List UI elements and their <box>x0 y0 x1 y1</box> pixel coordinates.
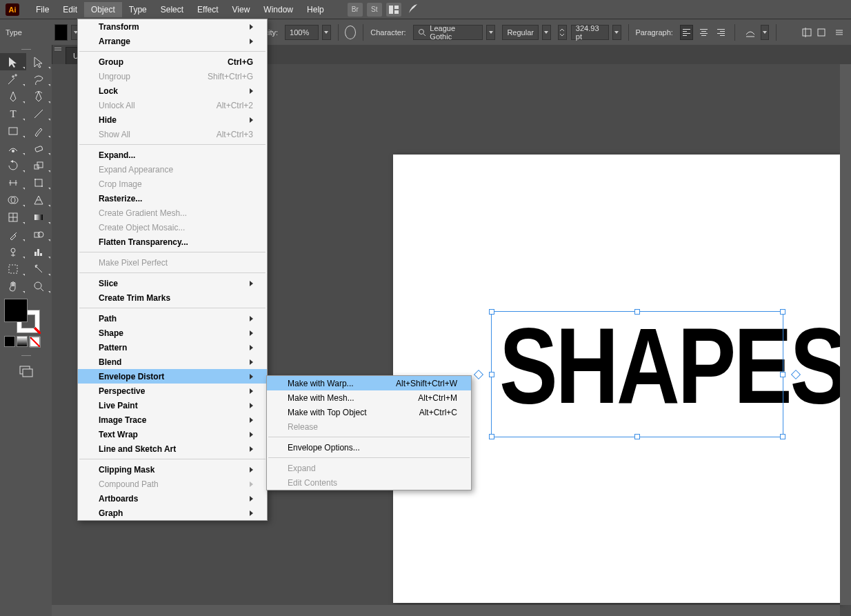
envelope-submenu-make-with-top-object[interactable]: Make with Top ObjectAlt+Ctrl+C <box>267 405 471 419</box>
fill-color-swatch[interactable] <box>4 299 28 322</box>
eyedropper-tool[interactable] <box>0 226 26 243</box>
menu-type[interactable]: Type <box>122 2 154 17</box>
eraser-tool[interactable] <box>26 139 52 157</box>
font-size-field[interactable]: 324.93 pt <box>571 25 609 40</box>
font-size-dropdown[interactable] <box>612 25 621 40</box>
gradient-tool[interactable] <box>26 208 52 226</box>
line-tool[interactable] <box>26 105 52 122</box>
object-menu-live-paint[interactable]: Live Paint <box>78 398 267 413</box>
opacity-dropdown[interactable] <box>322 25 331 40</box>
fill-swatch[interactable] <box>54 24 68 41</box>
envelope-submenu-make-with-mesh[interactable]: Make with Mesh...Alt+Ctrl+M <box>267 390 471 405</box>
type-tool[interactable]: T <box>0 105 26 122</box>
object-menu-flatten-transparency[interactable]: Flatten Transparency... <box>78 235 267 249</box>
tab-handle-icon[interactable] <box>54 48 61 61</box>
direct-selection-tool[interactable] <box>26 53 52 70</box>
menu-file[interactable]: File <box>29 2 56 17</box>
object-menu-graph[interactable]: Graph <box>78 506 267 520</box>
object-menu-artboards[interactable]: Artboards <box>78 491 267 506</box>
screen-mode-button[interactable] <box>0 365 52 377</box>
menu-help[interactable]: Help <box>300 2 331 17</box>
graph-tool[interactable] <box>26 243 52 260</box>
object-menu-shape[interactable]: Shape <box>78 326 267 340</box>
selection-tool[interactable] <box>0 53 26 70</box>
blend-tool[interactable] <box>26 226 52 243</box>
shape-builder-tool[interactable] <box>0 191 26 208</box>
none-color-icon[interactable] <box>29 336 40 347</box>
pen-tool[interactable] <box>0 88 26 105</box>
arrange-docs-icon[interactable] <box>386 3 401 17</box>
font-dropdown[interactable] <box>486 25 495 40</box>
warp-dropdown[interactable] <box>761 25 770 40</box>
opacity-field[interactable]: 100% <box>285 25 319 40</box>
object-menu-path[interactable]: Path <box>78 311 267 326</box>
gradient-icon[interactable] <box>17 336 28 347</box>
gpu-icon[interactable] <box>407 3 421 17</box>
menu-view[interactable]: View <box>226 2 257 17</box>
align-center-button[interactable] <box>697 25 710 40</box>
stock-icon[interactable]: St <box>367 3 382 17</box>
font-field[interactable]: League Gothic <box>413 25 483 40</box>
slice-tool[interactable] <box>26 260 52 277</box>
object-menu-line-and-sketch-art[interactable]: Line and Sketch Art <box>78 441 267 456</box>
object-menu-envelope-distort[interactable]: Envelope Distort <box>78 369 267 384</box>
solid-color-icon[interactable] <box>4 336 15 347</box>
object-menu-blend[interactable]: Blend <box>78 355 267 369</box>
warp-icon[interactable] <box>742 25 757 40</box>
object-menu-slice[interactable]: Slice <box>78 276 267 290</box>
object-menu-expand-appearance: Expand Appearance <box>78 162 267 177</box>
rectangle-tool[interactable] <box>0 122 26 139</box>
object-menu-lock[interactable]: Lock <box>78 83 267 98</box>
font-style-field[interactable]: Regular <box>502 25 539 40</box>
align-right-button[interactable] <box>714 25 728 40</box>
width-tool[interactable] <box>0 174 26 191</box>
size-stepper[interactable] <box>558 25 567 40</box>
scale-tool[interactable] <box>26 157 52 174</box>
object-menu-pattern[interactable]: Pattern <box>78 340 267 355</box>
free-transform-tool[interactable] <box>26 174 52 191</box>
envelope-submenu-make-with-warp[interactable]: Make with Warp...Alt+Shift+Ctrl+W <box>267 376 471 390</box>
menu-window[interactable]: Window <box>257 2 300 17</box>
isolate-icon[interactable] <box>814 25 829 40</box>
align-left-button[interactable] <box>680 25 693 40</box>
more-options-icon[interactable] <box>832 25 847 40</box>
object-menu-hide[interactable]: Hide <box>78 112 267 127</box>
magic-wand-tool[interactable] <box>0 70 26 88</box>
selection-box[interactable] <box>491 311 783 437</box>
menu-edit[interactable]: Edit <box>56 2 84 17</box>
object-menu-create-trim-marks[interactable]: Create Trim Marks <box>78 290 267 305</box>
menu-object[interactable]: Object <box>84 2 122 17</box>
panel-handle-icon[interactable] <box>0 45 52 53</box>
bridge-icon[interactable]: Br <box>348 3 363 17</box>
envelope-submenu-envelope-options[interactable]: Envelope Options... <box>267 440 471 455</box>
hand-tool[interactable] <box>0 277 26 295</box>
menu-select[interactable]: Select <box>154 2 190 17</box>
perspective-tool[interactable] <box>26 191 52 208</box>
font-style-dropdown[interactable] <box>542 25 551 40</box>
align-to-icon[interactable] <box>799 25 814 40</box>
horizontal-scrollbar[interactable] <box>52 605 840 616</box>
object-menu-expand[interactable]: Expand... <box>78 148 267 162</box>
rotate-tool[interactable] <box>0 157 26 174</box>
object-menu-arrange[interactable]: Arrange <box>78 34 267 48</box>
symbol-sprayer-tool[interactable] <box>0 243 26 260</box>
fill-stroke-control[interactable] <box>0 297 52 335</box>
object-menu-rasterize[interactable]: Rasterize... <box>78 191 267 206</box>
object-menu-image-trace[interactable]: Image Trace <box>78 413 267 427</box>
paintbrush-tool[interactable] <box>26 122 52 139</box>
curvature-tool[interactable] <box>26 88 52 105</box>
zoom-tool[interactable] <box>26 277 52 295</box>
shaper-tool[interactable] <box>0 139 26 157</box>
object-menu-text-wrap[interactable]: Text Wrap <box>78 427 267 441</box>
vertical-scrollbar[interactable] <box>840 64 851 605</box>
object-menu-clipping-mask[interactable]: Clipping Mask <box>78 462 267 477</box>
mesh-tool[interactable] <box>0 208 26 226</box>
object-menu-transform[interactable]: Transform <box>78 19 267 34</box>
artboard-tool[interactable] <box>0 260 26 277</box>
menu-effect[interactable]: Effect <box>190 2 225 17</box>
object-menu-group[interactable]: GroupCtrl+G <box>78 54 267 69</box>
recolor-icon[interactable] <box>345 26 356 39</box>
color-mode-row <box>4 336 52 347</box>
lasso-tool[interactable] <box>26 70 52 88</box>
object-menu-perspective[interactable]: Perspective <box>78 384 267 398</box>
